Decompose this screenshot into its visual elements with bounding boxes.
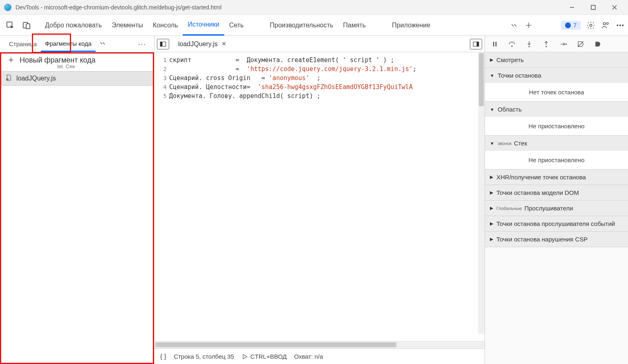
pretty-print-icon[interactable]: { } [160, 353, 166, 360]
triangle-right-icon: ▶ [490, 221, 493, 226]
debugger-section: ▼ОбластьНе приостановлено [485, 102, 628, 136]
pause-on-exceptions-icon[interactable] [591, 38, 604, 50]
debugger-controls [485, 36, 628, 52]
section-prefix: Глобальные [496, 206, 522, 211]
debugger-section: ▶Точки останова модели DOM [485, 185, 628, 201]
settings-icon[interactable] [586, 21, 595, 30]
toggle-navigator-icon[interactable] [157, 39, 169, 49]
tab-application[interactable]: Приложение [387, 15, 435, 36]
more-options-icon[interactable] [616, 21, 625, 30]
svg-rect-19 [477, 42, 479, 46]
issues-count: 7 [573, 22, 577, 29]
section-header[interactable]: ▼звонокСтек [485, 136, 628, 151]
issues-badge[interactable]: 7 [561, 21, 581, 30]
more-tabs-icon[interactable] [510, 21, 518, 30]
editor-file-tab[interactable]: loadJQuery.js × [175, 36, 229, 52]
section-header[interactable]: ▶Точки останова модели DOM [485, 185, 628, 200]
section-label: Точки останова нарушения CSP [496, 236, 588, 243]
step-over-icon[interactable] [505, 38, 518, 50]
tab-performance[interactable]: Производительность [265, 15, 338, 36]
section-header[interactable]: ▶Смотреть [485, 52, 628, 67]
window-titlebar: DevTools - microsoft-edge-chromium-devto… [0, 0, 628, 15]
window-minimize-button[interactable] [563, 1, 581, 13]
pause-icon[interactable] [488, 38, 501, 50]
svg-point-22 [511, 45, 512, 47]
section-body: Нет точек останова [485, 83, 628, 101]
step-into-icon[interactable] [523, 38, 536, 50]
triangle-right-icon: ▶ [490, 237, 493, 242]
nav-tab-snippets[interactable]: Фрагменты кода [41, 36, 96, 52]
section-header[interactable]: ▶XHR/получение точек останова [485, 170, 628, 185]
svg-point-13 [620, 25, 621, 26]
svg-point-14 [622, 25, 624, 26]
deactivate-breakpoints-icon[interactable] [574, 38, 587, 50]
svg-rect-20 [493, 42, 494, 47]
tab-sources[interactable]: Источники [183, 15, 224, 36]
section-label: Смотреть [496, 56, 524, 63]
debugger-section: ▶Точки останова нарушения CSP [485, 232, 628, 247]
debugger-section: ▼звонокСтекНе приостановлено [485, 136, 628, 170]
debugger-section: ▶Смотреть [485, 52, 628, 68]
tab-elements[interactable]: Элементы [107, 15, 148, 36]
svg-point-26 [545, 46, 547, 47]
svg-rect-21 [496, 42, 497, 47]
svg-rect-1 [591, 5, 595, 9]
section-body: Не приостановлено [485, 117, 628, 135]
svg-rect-17 [160, 42, 162, 46]
snippet-list-empty [0, 86, 154, 364]
section-label: Точки останова модели DOM [496, 189, 579, 196]
nav-overflow-icon[interactable]: ⋯ [138, 39, 147, 49]
window-close-button[interactable] [605, 1, 624, 13]
app-icon [4, 4, 11, 11]
inspect-element-icon[interactable] [3, 18, 17, 32]
svg-point-24 [528, 46, 530, 47]
new-snippet-subtext: let. Сек [0, 63, 154, 69]
section-header[interactable]: ▶Точки останова прослушивателя событий [485, 216, 628, 231]
section-header[interactable]: ▶Точки останова нарушения CSP [485, 232, 628, 247]
section-prefix: звонок [498, 141, 512, 146]
step-icon[interactable] [557, 38, 570, 50]
svg-point-9 [590, 24, 592, 27]
add-tab-icon[interactable] [524, 21, 533, 30]
vertical-scrollbar[interactable] [478, 52, 485, 334]
debugger-section: ▼Точки остановаНет точек останова [485, 68, 628, 102]
close-tab-icon[interactable]: × [222, 40, 226, 48]
snippet-file-row[interactable]: loadJQuery.js [0, 71, 154, 86]
svg-point-28 [565, 43, 567, 45]
window-maximize-button[interactable] [584, 1, 603, 13]
editor-file-tab-label: loadJQuery.js [178, 40, 218, 48]
step-out-icon[interactable] [540, 38, 553, 50]
code-content[interactable]: скрипт = Документа. createE1ement( ' scr… [167, 52, 485, 341]
snippet-file-name: loadJQuery.js [16, 75, 56, 82]
tab-welcome[interactable]: Добро пожаловать [40, 15, 107, 36]
editor-panel: loadJQuery.js × 1 2 3 4 5 скрипт = Докум… [154, 36, 485, 364]
toggle-debugger-icon[interactable] [470, 39, 482, 49]
triangle-right-icon: ▶ [490, 205, 493, 211]
nav-tab-page[interactable]: Страница [5, 36, 41, 52]
snippet-file-icon [5, 74, 12, 83]
triangle-right-icon: ▶ [490, 57, 493, 63]
section-header[interactable]: ▼Точки останова [485, 68, 628, 83]
tab-console[interactable]: Консоль [148, 15, 183, 36]
coverage-status: Охват: n/a [294, 353, 323, 360]
editor-statusbar: { } Строка 5, столбец 35 CTRL+ВВОД Охват… [154, 348, 485, 364]
tab-memory[interactable]: Память [338, 15, 371, 36]
svg-point-11 [606, 22, 608, 25]
window-title: DevTools - microsoft-edge-chromium-devto… [16, 4, 563, 11]
horizontal-scrollbar[interactable] [154, 341, 485, 348]
tab-network[interactable]: Сеть [224, 15, 249, 36]
triangle-down-icon: ▼ [490, 73, 494, 78]
cursor-position: Строка 5, столбец 35 [174, 353, 234, 360]
run-snippet-button[interactable]: CTRL+ВВОД [241, 353, 287, 360]
device-toolbar-icon[interactable] [20, 18, 34, 32]
code-editor[interactable]: 1 2 3 4 5 скрипт = Документа. createE1em… [154, 52, 485, 341]
nav-more-tabs-icon[interactable] [99, 40, 106, 48]
section-label: XHR/получение точек останова [496, 174, 586, 181]
triangle-right-icon: ▶ [490, 174, 493, 180]
section-header[interactable]: ▶ГлобальныеПрослушиватели [485, 201, 628, 216]
section-body: Не приостановлено [485, 151, 628, 169]
svg-point-12 [617, 25, 618, 26]
feedback-icon[interactable] [601, 21, 610, 30]
devtools-toolbar: Добро пожаловать Элементы Консоль Источн… [0, 15, 628, 36]
section-header[interactable]: ▼Область [485, 102, 628, 117]
